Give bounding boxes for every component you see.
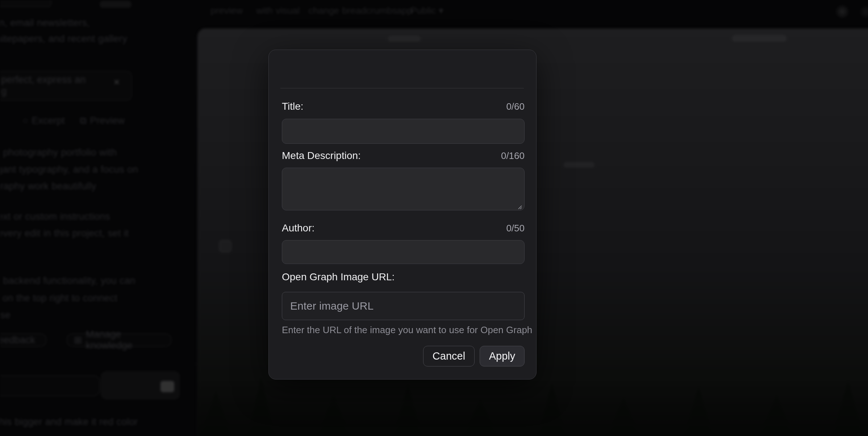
chat-message-line: ntext or custom instructions — [0, 211, 110, 222]
author-input[interactable] — [282, 240, 525, 264]
tree-silhouette — [197, 391, 241, 436]
tree-silhouette — [676, 385, 721, 436]
author-counter: 0/50 — [506, 223, 525, 234]
divider — [0, 364, 197, 364]
grid-icon: ⊞ — [74, 334, 82, 346]
chat-message-line: whitepapers, and recent gallery — [0, 33, 127, 45]
modal-button-row: Cancel Apply — [423, 346, 525, 366]
og-image-url-label: Open Graph Image URL: — [282, 271, 395, 283]
tree-silhouette — [386, 383, 430, 436]
tab-label: Excerpt — [32, 115, 65, 126]
sidebar-tab-stub — [0, 0, 51, 7]
chat-input — [0, 375, 100, 396]
topbar-item: app — [397, 5, 412, 16]
tab-label: Preview — [90, 115, 125, 126]
meta-description-counter: 0/160 — [501, 150, 525, 162]
button-label: Manage knowledge — [86, 329, 164, 351]
chat-message-line: ns on the top right to connect — [0, 293, 117, 304]
topbar-item: change — [308, 5, 339, 16]
publish-dropdown: Public ▾ — [410, 5, 443, 16]
divider — [280, 88, 524, 88]
chat-message-line: o every edit in this project, set it — [0, 228, 129, 239]
suggestion-card: perfect, express an g × — [0, 71, 132, 101]
preview-content-smudge — [564, 162, 594, 168]
floating-tool-icon — [220, 240, 231, 252]
close-icon: × — [114, 76, 120, 88]
tab-preview: ⧉ Preview — [80, 115, 125, 126]
tree-silhouette — [748, 394, 805, 436]
topbar-item: breadcrumbs — [342, 5, 397, 16]
apply-button[interactable]: Apply — [480, 346, 525, 366]
topbar-item: with — [256, 5, 273, 16]
cancel-button[interactable]: Cancel — [423, 346, 475, 366]
chat-message-line: ography work beautifully — [0, 181, 96, 192]
og-image-url-input[interactable] — [282, 292, 525, 320]
tree-silhouette — [825, 380, 868, 436]
suggestion-text: g — [1, 86, 7, 97]
tree-silhouette — [531, 382, 573, 436]
meta-label-row: Meta Description: 0/160 — [282, 150, 525, 162]
chat-message-line: ng photography portfolio with — [0, 147, 117, 158]
preview-content-smudge — [732, 35, 786, 42]
feedback-button: eedback — [0, 333, 47, 347]
manage-knowledge-button: ⊞ Manage knowledge — [66, 333, 172, 347]
tree-silhouette — [241, 376, 281, 436]
author-label: Author: — [282, 222, 314, 234]
chat-message-line: base — [0, 310, 11, 321]
menu-icon — [859, 5, 868, 18]
og-helper-text: Enter the URL of the image you want to u… — [282, 324, 532, 336]
meta-description-textarea[interactable] — [282, 168, 525, 210]
send-icon — [160, 381, 174, 392]
chat-message-line: s in, email newsletters, — [0, 17, 90, 29]
meta-description-label: Meta Description: — [282, 150, 361, 162]
tab-excerpt: ○ Excerpt — [22, 115, 65, 126]
topbar-item: visual — [276, 5, 300, 16]
chat-message-line: legant typography, and a focus on — [0, 164, 138, 175]
title-label: Title: — [282, 101, 304, 112]
settings-modal: Settings Title: 0/60 Meta Description: 0… — [268, 50, 537, 380]
author-label-row: Author: 0/50 — [282, 222, 525, 234]
title-counter: 0/60 — [506, 101, 525, 112]
tree-silhouette — [306, 394, 361, 436]
og-label-row: Open Graph Image URL: — [282, 271, 525, 283]
tree-silhouette — [451, 398, 509, 436]
chat-message-line: eb backend functionality, you can — [0, 275, 135, 286]
suggestion-text: perfect, express an — [1, 74, 85, 85]
button-label: eedback — [0, 335, 35, 346]
preview-content-smudge — [388, 36, 421, 42]
topbar-item: preview — [210, 5, 243, 16]
avatar — [835, 5, 849, 18]
circle-icon: ○ — [22, 115, 28, 126]
chat-sidebar: s in, email newsletters, whitepapers, an… — [0, 0, 197, 436]
chat-prompt-line: this bigger and make it red color — [0, 416, 138, 428]
sidebar-header-smudge — [100, 1, 132, 8]
panel-icon: ⧉ — [80, 115, 87, 126]
resize-handle-icon[interactable] — [516, 203, 522, 210]
title-label-row: Title: 0/60 — [282, 101, 525, 112]
title-input[interactable] — [282, 119, 525, 144]
tree-silhouette — [596, 396, 651, 436]
